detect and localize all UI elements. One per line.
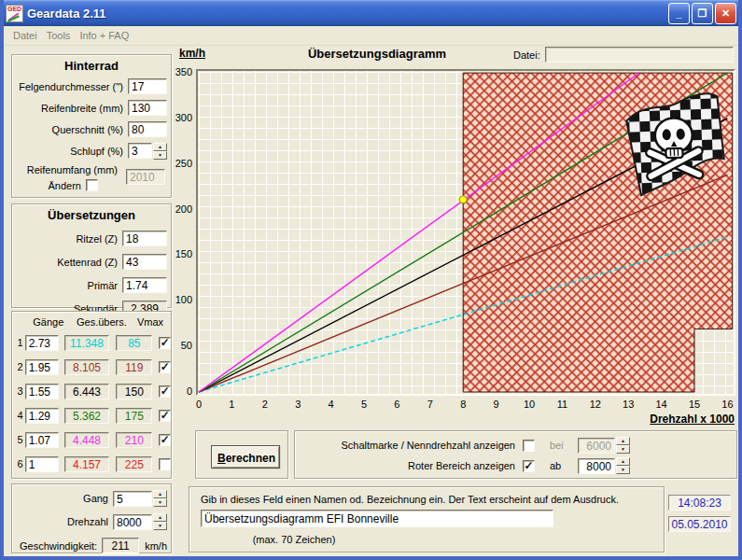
schaltmarke-checkbox[interactable] (523, 440, 535, 452)
gear-visible-checkbox[interactable]: ✓ (159, 361, 171, 373)
bei-label: bei (550, 440, 570, 451)
felgendurchmesser--input[interactable] (128, 78, 167, 94)
ab-field[interactable] (578, 458, 615, 474)
x-axis-label: Drehzahl x 1000 (564, 413, 735, 426)
x-tick-label: 12 (585, 399, 606, 410)
y-tick-label: 300 (161, 112, 192, 123)
gear-ratio-input[interactable] (25, 456, 59, 472)
y-axis-unit-label: km/h (179, 47, 205, 60)
roter-bereich-label: Roter Bereich anzeigen (299, 460, 515, 471)
gear-number: 1 (14, 337, 23, 348)
geschwindigkeit-label: Geschwindigkeit: (16, 540, 102, 552)
gear-number: 3 (14, 385, 23, 397)
x-tick-label: 8 (453, 399, 473, 410)
gears-group: GängeGes.übers.Vmax 111.34885✓28.105119✓… (11, 311, 172, 479)
y-tick-label: 100 (161, 294, 192, 305)
x-tick-label: 4 (321, 399, 342, 410)
roter-bereich-checkbox[interactable]: ✓ (523, 460, 535, 472)
operating-point-marker (459, 196, 467, 203)
window-title: Geardata 2.11 (27, 7, 106, 21)
gear-number: 2 (14, 361, 23, 372)
gear-ratio-input[interactable] (25, 384, 59, 399)
reifenumfang-label: Reifenumfang (mm) (27, 164, 122, 175)
x-tick-label: 0 (189, 399, 209, 410)
gear-header-0: Gänge (23, 316, 74, 328)
gear-total-ratio: 4.448 (64, 432, 110, 448)
gear-row: 111.34885✓ (14, 330, 171, 355)
schlupf--input[interactable] (128, 143, 152, 159)
berechnen-button[interactable]: Berechnen (211, 445, 280, 469)
menu-item-info-faq[interactable]: Info + FAQ (79, 30, 129, 41)
y-tick-label: 150 (161, 248, 192, 259)
gear-vmax: 210 (116, 432, 152, 448)
y-tick-label: 350 (161, 66, 192, 77)
gear-visible-checkbox[interactable]: ✓ (159, 434, 171, 446)
clock-date: 05.05.2010 (668, 516, 731, 532)
x-tick-label: 10 (519, 399, 539, 410)
gear-number: 6 (14, 458, 23, 469)
menu-bar: DateiToolsInfo + FAQ (4, 26, 738, 46)
close-button[interactable]: ✕ (715, 3, 736, 24)
aendern-label: Ändern (49, 180, 81, 191)
gear-row: 45.362175✓ (14, 403, 171, 427)
x-tick-label: 3 (287, 399, 308, 410)
gear-row: 36.443150✓ (14, 379, 171, 403)
x-tick-label: 15 (684, 399, 705, 410)
gear-vmax: 150 (116, 384, 152, 399)
gear-ratio-input[interactable] (25, 335, 59, 351)
x-tick-label: 13 (618, 399, 638, 410)
gang-label: Gang (16, 493, 113, 504)
aendern-checkbox[interactable] (86, 179, 98, 191)
ritzel-z--input[interactable] (122, 231, 167, 246)
minimize-button[interactable]: _ (668, 3, 690, 24)
berechnen-group: Berechnen (195, 430, 288, 479)
gear-row: 64.157225 (14, 452, 171, 476)
title-bar[interactable]: GED Geardata 2.11 _ ❐ ✕ (0, 0, 742, 26)
gang-input[interactable] (113, 491, 152, 507)
x-tick-label: 6 (386, 399, 407, 410)
bei-stepper[interactable]: ▲▼ (616, 437, 630, 454)
menu-item-datei[interactable]: Datei (13, 30, 37, 41)
gear-total-ratio: 5.362 (64, 408, 110, 424)
drehzahl-stepper[interactable]: ▲▼ (153, 513, 167, 530)
print-name-input[interactable] (201, 510, 553, 527)
uebersetzungen-title: Übersetzungen (12, 208, 171, 222)
x-tick-label: 9 (486, 399, 507, 410)
max-chars-label: (max. 70 Zeichen) (201, 534, 387, 545)
gear-visible-checkbox[interactable] (159, 458, 171, 470)
ab-stepper[interactable]: ▲▼ (616, 457, 630, 474)
print-name-group: Gib in dieses Feld einen Namen od. Bezei… (189, 486, 665, 553)
gear-ratio-input[interactable] (25, 408, 59, 424)
gang-stepper[interactable]: ▲▼ (153, 490, 167, 507)
gear-total-ratio: 8.105 (64, 359, 110, 375)
x-tick-label: 7 (420, 399, 441, 410)
display-options-group: Schaltmarke / Nenndrehzahl anzeigen bei … (294, 430, 737, 479)
menu-item-tools[interactable]: Tools (47, 30, 71, 41)
gear-vmax: 85 (116, 335, 152, 351)
drehzahl-input[interactable] (113, 514, 152, 530)
geschwindigkeit-unit: km/h (145, 540, 167, 552)
datei-label: Datei: (513, 49, 540, 61)
gear-number: 4 (14, 410, 23, 421)
drehzahl-label: Drehzahl (16, 516, 113, 527)
y-tick-label: 0 (161, 385, 192, 397)
prim-r-input[interactable] (122, 277, 167, 293)
chart-title: Übersetzungsdiagramm (237, 47, 517, 61)
bei-field (578, 438, 615, 454)
x-tick-label: 2 (255, 399, 275, 410)
hinterrad-group: Hinterrad Felgendurchmesser ('')Reifenbr… (11, 54, 172, 198)
reifenumfang-field: 2010 (126, 169, 165, 185)
gear-ratio-input[interactable] (25, 432, 59, 448)
app-window: GED Geardata 2.11 _ ❐ ✕ DateiToolsInfo +… (0, 0, 742, 560)
gear-ratio-input[interactable] (25, 359, 59, 375)
x-tick-label: 1 (221, 399, 242, 410)
ab-label: ab (550, 460, 570, 471)
gear-total-ratio: 11.348 (64, 335, 110, 351)
querschnitt--input[interactable] (128, 121, 167, 137)
gear-visible-checkbox[interactable]: ✓ (159, 410, 171, 422)
schaltmarke-label: Schaltmarke / Nenndrehzahl anzeigen (299, 440, 515, 451)
name-hint-text: Gib in dieses Feld einen Namen od. Bezei… (201, 494, 619, 505)
maximize-button[interactable]: ❐ (692, 3, 713, 24)
gear-row: 28.105119✓ (14, 355, 171, 379)
clock-time: 14:08:23 (668, 495, 731, 511)
